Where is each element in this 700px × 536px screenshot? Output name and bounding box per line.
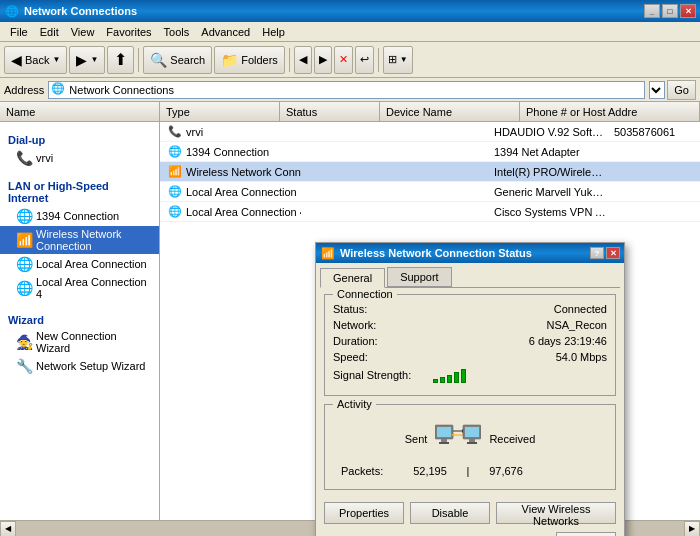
dialog-main-content: Connection Status: Connected Network: NS… <box>316 288 624 536</box>
status-value: Connected <box>433 303 607 315</box>
sidebar-item-wireless[interactable]: 📶 Wireless Network Connection <box>0 226 159 254</box>
dialog-close-title-button[interactable]: ✕ <box>606 247 620 259</box>
close-button[interactable]: ✕ <box>680 4 696 18</box>
menu-edit[interactable]: Edit <box>34 24 65 40</box>
properties-button[interactable]: Properties <box>324 502 404 524</box>
column-headers: Name Type Status Device Name Phone # or … <box>0 102 700 122</box>
back-dropdown-icon: ▼ <box>52 55 60 64</box>
window-controls: _ □ ✕ <box>644 4 696 18</box>
packets-divider-bar: | <box>464 465 472 477</box>
back-label: Back <box>25 54 49 66</box>
window-icon: 🌐 <box>4 3 20 19</box>
duration-label: Duration: <box>333 335 433 347</box>
sidebar-item-new-conn[interactable]: 🧙 New Connection Wizard <box>0 328 159 356</box>
nav-forward-button[interactable]: ▶ <box>314 46 332 74</box>
sidebar-item-local4[interactable]: 🌐 Local Area Connection 4 <box>0 274 159 302</box>
view-wireless-button[interactable]: View Wireless Networks <box>496 502 616 524</box>
tab-support[interactable]: Support <box>387 267 452 287</box>
col-header-name[interactable]: Name <box>0 102 160 121</box>
maximize-button[interactable]: □ <box>662 4 678 18</box>
speed-value: 54.0 Mbps <box>433 351 607 363</box>
search-label: Search <box>170 54 205 66</box>
folders-button[interactable]: 📁 Folders <box>214 46 285 74</box>
content-area: 📞 vrvi HDAUDIO V.92 Soft Dat... 50358760… <box>160 122 700 536</box>
speed-label: Speed: <box>333 351 433 363</box>
col-header-status[interactable]: Status <box>280 102 380 121</box>
col-header-type[interactable]: Type <box>160 102 280 121</box>
address-dropdown[interactable] <box>649 81 665 99</box>
sidebar-item-setup[interactable]: 🔧 Network Setup Wizard <box>0 356 159 376</box>
sidebar-item-vrvi[interactable]: 📞 vrvi <box>0 148 159 168</box>
search-button[interactable]: 🔍 Search <box>143 46 212 74</box>
delete-button[interactable]: ✕ <box>334 46 353 74</box>
sidebar-section-lan: LAN or High-Speed Internet <box>0 176 159 206</box>
undo-button[interactable]: ↩ <box>355 46 374 74</box>
packets-row: Packets: 52,195 | 97,676 <box>333 461 607 481</box>
network-row: Network: NSA_Recon <box>333 319 607 331</box>
menu-advanced[interactable]: Advanced <box>195 24 256 40</box>
disable-button[interactable]: Disable <box>410 502 490 524</box>
dialog-help-button[interactable]: ? <box>590 247 604 259</box>
sidebar: Dial-up 📞 vrvi LAN or High-Speed Interne… <box>0 122 160 536</box>
signal-bars-container <box>433 367 607 383</box>
title-bar: 🌐 Network Connections _ □ ✕ <box>0 0 700 22</box>
forward-button[interactable]: ▶ ▼ <box>69 46 105 74</box>
menu-help[interactable]: Help <box>256 24 291 40</box>
dialog-overlay: 📶 Wireless Network Connection Status ? ✕… <box>160 122 700 536</box>
dialog-action-buttons: Properties Disable View Wireless Network… <box>324 498 616 528</box>
view-button[interactable]: ⊞ ▼ <box>383 46 413 74</box>
up-button[interactable]: ⬆ <box>107 46 134 74</box>
nav-back-button[interactable]: ◀ <box>294 46 312 74</box>
sent-label: Sent <box>405 433 428 445</box>
close-button-dialog[interactable]: Close <box>556 532 616 536</box>
back-icon: ◀ <box>11 52 22 68</box>
address-text: Network Connections <box>69 84 174 96</box>
sidebar-section-wizard: Wizard <box>0 310 159 328</box>
svg-rect-3 <box>439 442 449 444</box>
dialog-title-text: Wireless Network Connection Status <box>340 247 588 259</box>
menu-bar: File Edit View Favorites Tools Advanced … <box>0 22 700 42</box>
setup-icon: 🔧 <box>16 358 32 374</box>
scroll-left-button[interactable]: ◀ <box>0 521 16 537</box>
address-input-wrap: 🌐 Network Connections <box>48 81 645 99</box>
menu-tools[interactable]: Tools <box>158 24 196 40</box>
view-dropdown-icon: ▼ <box>400 55 408 64</box>
menu-file[interactable]: File <box>4 24 34 40</box>
duration-row: Duration: 6 days 23:19:46 <box>333 335 607 347</box>
signal-bar-5 <box>461 369 466 383</box>
status-row: Status: Connected <box>333 303 607 315</box>
col-header-phone[interactable]: Phone # or Host Addre <box>520 102 700 121</box>
folders-label: Folders <box>241 54 278 66</box>
minimize-button[interactable]: _ <box>644 4 660 18</box>
sidebar-item-1394[interactable]: 🌐 1394 Connection <box>0 206 159 226</box>
signal-bar-1 <box>433 379 438 383</box>
menu-favorites[interactable]: Favorites <box>100 24 157 40</box>
app-window: 🌐 Network Connections _ □ ✕ File Edit Vi… <box>0 0 700 536</box>
dialog-icon: 📶 <box>320 245 336 261</box>
window-title: Network Connections <box>24 5 644 17</box>
view-icon: ⊞ <box>388 53 397 66</box>
local1-icon: 🌐 <box>16 256 32 272</box>
connection-group: Connection Status: Connected Network: NS… <box>324 294 616 396</box>
sidebar-item-local1[interactable]: 🌐 Local Area Connection <box>0 254 159 274</box>
toolbar: ◀ Back ▼ ▶ ▼ ⬆ 🔍 Search 📁 Folders ◀ ▶ ✕ … <box>0 42 700 78</box>
activity-icons-row: Sent <box>333 413 607 461</box>
menu-view[interactable]: View <box>65 24 101 40</box>
svg-rect-11 <box>467 442 477 444</box>
duration-value: 6 days 23:19:46 <box>433 335 607 347</box>
go-button[interactable]: Go <box>667 80 696 100</box>
dialog-close-area: Close <box>324 528 616 536</box>
signal-bars <box>433 367 607 383</box>
new-conn-icon: 🧙 <box>16 334 32 350</box>
wireless-status-dialog: 📶 Wireless Network Connection Status ? ✕… <box>315 242 625 536</box>
col-header-device[interactable]: Device Name <box>380 102 520 121</box>
signal-label: Signal Strength: <box>333 369 433 381</box>
back-button[interactable]: ◀ Back ▼ <box>4 46 67 74</box>
network-value: NSA_Recon <box>433 319 607 331</box>
address-icon: 🌐 <box>51 82 67 98</box>
forward-icon: ▶ <box>76 52 87 68</box>
toolbar-separator-1 <box>138 48 139 72</box>
address-label: Address <box>4 84 44 96</box>
tab-general[interactable]: General <box>320 268 385 288</box>
address-bar: Address 🌐 Network Connections Go <box>0 78 700 102</box>
